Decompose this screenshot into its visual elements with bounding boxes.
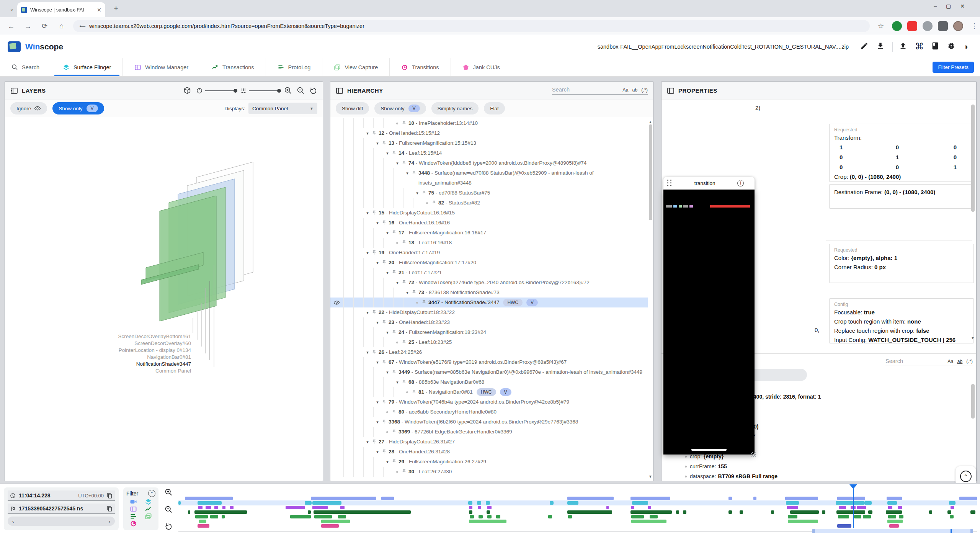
collapse-properties-panel-icon[interactable] <box>667 87 675 95</box>
youtube-extension-icon[interactable] <box>907 21 917 31</box>
visible-eye-icon[interactable] <box>333 299 340 306</box>
pin-node-icon[interactable] <box>402 278 408 285</box>
tab-view-capture[interactable]: View Capture <box>322 58 390 76</box>
pin-node-icon[interactable] <box>382 317 389 325</box>
tree-node-75[interactable]: ▾75 - ed70f88 StatusBar#75 <box>330 188 648 198</box>
tab-window-manager[interactable]: Window Manager <box>123 58 200 76</box>
tab-close-icon[interactable]: ✕ <box>97 7 101 13</box>
regex-icon[interactable]: (.*) <box>641 87 648 93</box>
pin-node-icon[interactable] <box>402 118 408 126</box>
timeline-zoom-out-icon[interactable] <box>165 505 173 513</box>
pin-node-icon[interactable] <box>392 327 399 335</box>
profile-avatar[interactable] <box>953 21 963 31</box>
properties-scroll-down-icon[interactable]: ▼ <box>971 336 975 340</box>
tree-node-19[interactable]: ▾19 - OneHanded:17:17#19 <box>330 248 648 258</box>
pin-node-icon[interactable] <box>402 337 408 345</box>
pin-node-icon[interactable] <box>392 148 399 155</box>
edit-filename-icon[interactable] <box>860 42 870 52</box>
displays-dropdown[interactable]: Common Panel▼ <box>248 103 317 114</box>
properties-search-input[interactable]: Search Aa ab (.*) <box>885 358 973 366</box>
timeline-zoom-in-icon[interactable] <box>165 488 173 496</box>
reload-button[interactable]: ⟳ <box>39 20 51 32</box>
tree-node-67[interactable]: ▾67 - WindowToken{e5176f9 type=2019 andr… <box>330 357 648 367</box>
address-bar[interactable]: •— winscope.teams.x20web.corp.google.com… <box>73 20 870 32</box>
new-tab-button[interactable]: + <box>111 4 121 14</box>
range-start-handle[interactable] <box>812 529 815 533</box>
info-icon[interactable]: i <box>737 180 744 186</box>
collapse-filter-icon[interactable]: ⌃ <box>148 490 155 497</box>
layer-label[interactable]: ScreenDecorOverlay#60 <box>134 340 191 346</box>
spacing-slider[interactable] <box>240 87 279 94</box>
layers-3d-view[interactable]: ScreenDecorOverlayBottom#61ScreenDecorOv… <box>5 117 323 480</box>
report-bug-icon[interactable] <box>947 42 957 52</box>
minimize-icon[interactable]: _ <box>748 180 751 186</box>
browser-menu-icon[interactable]: ⋮ <box>969 20 980 32</box>
next-entry-button[interactable]: › <box>109 518 110 524</box>
pin-node-icon[interactable] <box>392 268 399 275</box>
tab-search[interactable]: Search <box>0 58 51 76</box>
transactions-icon[interactable] <box>145 506 152 512</box>
browser-tab[interactable]: Winscope | sandbox-FAI ✕ <box>17 2 105 17</box>
forward-button[interactable]: → <box>22 20 34 32</box>
match-case-icon[interactable]: Aa <box>622 87 628 93</box>
shortcuts-icon[interactable]: ⌘ <box>915 42 925 52</box>
tree-node-21[interactable]: ▾21 - Leaf:17:17#21 <box>330 268 648 278</box>
extensions-puzzle-icon[interactable] <box>938 21 948 31</box>
tab-protolog[interactable]: ProtoLog <box>266 58 323 76</box>
tab-jank-cujs[interactable]: Jank CUJs <box>451 58 511 76</box>
pin-node-icon[interactable] <box>402 377 408 384</box>
expand-arrow-icon[interactable]: ▾ <box>383 228 392 238</box>
hierarchy-search-input[interactable]: Search Aa ab (.*) <box>552 87 648 95</box>
tree-node-74[interactable]: ▾74 - WindowToken{fdddbe6 type=2000 andr… <box>330 158 648 168</box>
pin-node-icon[interactable] <box>421 188 428 195</box>
layer-label[interactable]: ScreenDecorOverlayBottom#61 <box>118 334 191 339</box>
layer-label[interactable]: NavigationBar0#81 <box>147 354 191 360</box>
pin-node-icon[interactable] <box>412 288 418 295</box>
tree-node-81[interactable]: 81 - NavigationBar0#81HWCV <box>330 387 648 397</box>
pin-node-icon[interactable] <box>372 208 379 215</box>
pin-node-icon[interactable] <box>382 417 389 424</box>
tree-node-16[interactable]: ▾16 - OneHanded:16:16#16 <box>330 218 648 228</box>
reset-view-icon[interactable] <box>309 87 317 95</box>
ns-time-field[interactable]: 1715339054227572545 ns <box>8 504 115 514</box>
bookmark-star-icon[interactable]: ☆ <box>875 20 887 32</box>
tree-node-27[interactable]: ▾27 - HideDisplayCutout:26:31#27 <box>330 437 648 447</box>
expand-arrow-icon[interactable]: ▾ <box>363 347 372 357</box>
tree-node-17[interactable]: ▾17 - FullscreenMagnification:16:16#17 <box>330 228 648 238</box>
3d-view-icon[interactable] <box>183 87 191 95</box>
tree-node-3368[interactable]: ▾3368 - WindowToken{f6b2f60 type=2024 an… <box>330 417 648 427</box>
extension-green-icon[interactable] <box>892 21 902 31</box>
protolog-icon[interactable] <box>130 513 137 519</box>
tree-node-29[interactable]: ▾29 - FullscreenMagnification:26:27#29 <box>330 457 648 467</box>
tree-node-23[interactable]: ▾23 - OneHanded:18:23#23 <box>330 317 648 327</box>
timeline-canvas[interactable] <box>178 484 977 533</box>
tree-node-3369[interactable]: 3369 - 67726bf EdgeBackGestureHandler0#3… <box>330 427 648 437</box>
mini-window-titlebar[interactable]: transition i _ <box>663 177 755 190</box>
expand-arrow-icon[interactable]: ▾ <box>393 158 402 168</box>
range-end-handle[interactable] <box>970 529 973 533</box>
property-currFrame[interactable]: currFrame:155 <box>682 461 969 471</box>
tree-node-82[interactable]: 82 - StatusBar#82 <box>330 198 648 208</box>
expand-arrow-icon[interactable]: ▾ <box>383 327 392 337</box>
property-dataspace[interactable]: dataspace:BT709 sRGB Full range <box>682 471 969 481</box>
prev-entry-button[interactable]: ‹ <box>12 518 14 524</box>
expand-arrow-icon[interactable]: ▾ <box>373 357 382 367</box>
pin-node-icon[interactable] <box>402 238 408 245</box>
tree-node-30[interactable]: 30 - Leaf:26:27#30 <box>330 467 648 477</box>
pin-node-icon[interactable] <box>431 198 438 205</box>
expand-arrow-icon[interactable]: ▾ <box>363 208 372 218</box>
layer-label[interactable]: NotificationShade#3447 <box>136 361 191 367</box>
tree-node-68[interactable]: ▾68 - 885b63e NavigationBar0#68 <box>330 377 648 387</box>
timeline-reset-zoom-icon[interactable] <box>165 522 173 530</box>
tree-node-15[interactable]: ▾15 - HideDisplayCutout:16:16#15 <box>330 208 648 218</box>
expand-arrow-icon[interactable]: ▾ <box>393 278 402 288</box>
pin-node-icon[interactable] <box>372 307 379 315</box>
pin-node-icon[interactable] <box>421 298 428 305</box>
zoom-in-icon[interactable] <box>284 87 292 95</box>
pin-node-icon[interactable] <box>382 138 389 146</box>
scroll-down-icon[interactable]: ▼ <box>648 474 652 479</box>
tree-node-3449[interactable]: ▾3449 - Surface(name=885b63e NavigationB… <box>330 367 648 377</box>
pin-node-icon[interactable] <box>412 387 418 394</box>
copy-time-icon[interactable] <box>107 493 113 499</box>
tree-node-10[interactable]: 10 - ImePlaceholder:13:14#10 <box>330 118 648 128</box>
